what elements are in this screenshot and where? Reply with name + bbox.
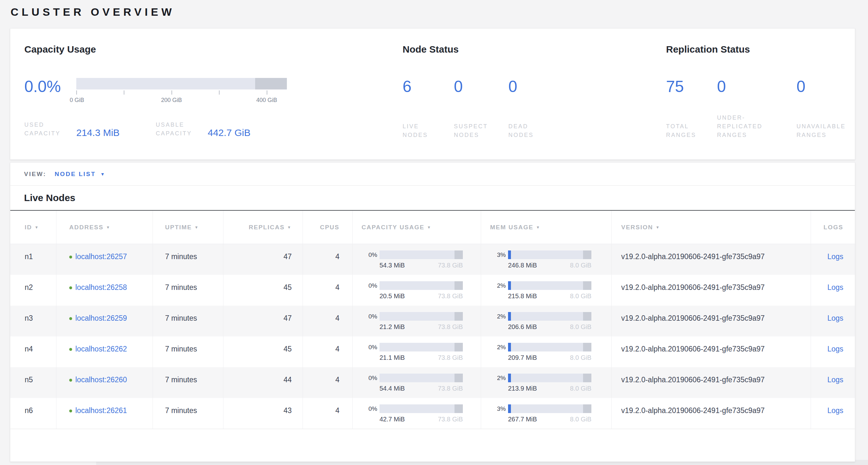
- view-selector-dropdown[interactable]: NODE LIST ▼: [55, 171, 106, 178]
- node-status-heading: Node Status: [403, 44, 627, 55]
- column-header-uptime[interactable]: UPTIME▼: [153, 211, 223, 244]
- node-mem-cell: 2% 209.7 MiB 8.0 GiB: [481, 337, 611, 367]
- node-logs-link[interactable]: Logs: [827, 345, 843, 353]
- column-header-label: LOGS: [824, 224, 843, 231]
- usable-capacity-value: 442.7 GiB: [208, 128, 287, 138]
- node-address-cell: localhost:26258: [56, 275, 153, 306]
- stat-label: TOTAL RANGES: [666, 122, 717, 140]
- sort-desc-icon: ▼: [35, 225, 39, 230]
- node-uptime-cell: 7 minutes: [153, 367, 223, 398]
- axis-label: 0 GiB: [69, 97, 84, 104]
- node-version-cell: v19.2.0-alpha.20190606-2491-gfe735c9a97: [611, 275, 811, 306]
- node-logs-link[interactable]: Logs: [827, 252, 843, 261]
- node-address-cell: localhost:26262: [56, 337, 153, 367]
- column-header-capacity-usage[interactable]: CAPACITY USAGE▼: [352, 211, 481, 244]
- table-row: n3 localhost:26259 7 minutes 47 4 0% 21.…: [10, 306, 855, 337]
- node-address-link[interactable]: localhost:26259: [75, 314, 127, 322]
- node-status-section: Node Status 6 LIVE NODES 0 SUSPECT NODES…: [403, 44, 627, 140]
- column-header-address[interactable]: ADDRESS▼: [56, 211, 153, 244]
- mem-percent-label: 3%: [490, 405, 508, 412]
- capacity-percent-label: 0%: [362, 282, 379, 289]
- table-row: n4 localhost:26262 7 minutes 45 4 0% 21.…: [10, 337, 855, 367]
- sort-desc-icon: ▼: [287, 225, 292, 230]
- node-id-cell: n4: [10, 337, 56, 367]
- node-address-cell: localhost:26259: [56, 306, 153, 337]
- table-body: n1 localhost:26257 7 minutes 47 4 0% 54.…: [10, 244, 855, 429]
- mem-mini-bar: [508, 312, 591, 321]
- sort-desc-icon: ▼: [536, 225, 540, 230]
- capacity-total-value: 73.8 GiB: [438, 385, 463, 392]
- node-version-cell: v19.2.0-alpha.20190606-2491-gfe735c9a97: [611, 306, 811, 337]
- mem-mini-bar: [508, 281, 591, 290]
- mem-used-value: 209.7 MiB: [508, 354, 537, 361]
- mem-total-value: 8.0 GiB: [570, 323, 591, 331]
- capacity-bar-end-segment: [455, 343, 463, 351]
- capacity-mini-bar: [379, 281, 463, 290]
- capacity-percent-label: 0%: [362, 313, 379, 320]
- capacity-total-value: 73.8 GiB: [438, 416, 463, 423]
- capacity-mini-bar: [379, 404, 463, 413]
- node-address-link[interactable]: localhost:26261: [75, 406, 127, 415]
- node-mem-cell: 3% 246.8 MiB 8.0 GiB: [481, 244, 611, 275]
- stat-label: DEAD NODES: [508, 122, 563, 140]
- column-header-version[interactable]: VERSION▼: [611, 211, 811, 244]
- node-logs-link[interactable]: Logs: [827, 406, 843, 415]
- column-header-id[interactable]: ID▼: [10, 211, 56, 244]
- node-id-cell: n2: [10, 275, 56, 306]
- node-logs-link[interactable]: Logs: [827, 283, 843, 291]
- node-mem-cell: 2% 213.9 MiB 8.0 GiB: [481, 367, 611, 398]
- node-uptime-cell: 7 minutes: [153, 398, 223, 429]
- replication-status-heading: Replication Status: [666, 44, 852, 55]
- mem-bar-end-segment: [583, 281, 591, 290]
- node-address-link[interactable]: localhost:26262: [75, 345, 127, 353]
- node-capacity-cell: 0% 20.5 MiB 73.8 GiB: [352, 275, 481, 306]
- capacity-total-value: 73.8 GiB: [438, 323, 463, 331]
- node-version-cell: v19.2.0-alpha.20190606-2491-gfe735c9a97: [611, 337, 811, 367]
- column-header-mem-usage[interactable]: MEM USAGE▼: [481, 211, 611, 244]
- column-header-label: UPTIME: [165, 224, 192, 231]
- stat-value: 6: [403, 78, 454, 95]
- stat-value: 0: [717, 78, 797, 95]
- capacity-used-value: 54.4 MiB: [379, 385, 405, 392]
- node-cpus-cell: 4: [303, 398, 352, 429]
- node-address-link[interactable]: localhost:26257: [75, 252, 127, 261]
- capacity-percent-label: 0%: [362, 344, 379, 351]
- stat-label: UNAVAILABLE RANGES: [797, 122, 852, 140]
- node-logs-cell: Logs: [811, 367, 855, 398]
- mem-bar-fill: [508, 312, 511, 321]
- mem-total-value: 8.0 GiB: [570, 385, 591, 392]
- mem-bar-end-segment: [583, 404, 591, 413]
- mem-bar-fill: [508, 281, 511, 290]
- node-logs-cell: Logs: [811, 398, 855, 429]
- total-ranges-stat: 75 TOTAL RANGES: [666, 78, 717, 140]
- node-uptime-cell: 7 minutes: [153, 244, 223, 275]
- view-selected-value: NODE LIST: [55, 171, 96, 178]
- live-status-dot-icon: [69, 317, 72, 320]
- live-status-dot-icon: [69, 286, 72, 289]
- node-id-cell: n3: [10, 306, 56, 337]
- mem-used-value: 246.8 MiB: [508, 262, 537, 269]
- node-replicas-cell: 45: [223, 337, 303, 367]
- view-label: VIEW:: [24, 171, 46, 178]
- node-replicas-cell: 47: [223, 306, 303, 337]
- under-replicated-ranges-stat: 0 UNDER- REPLICATED RANGES: [717, 78, 797, 140]
- replication-status-section: Replication Status 75 TOTAL RANGES 0 UND…: [666, 44, 852, 140]
- capacity-used-value: 21.2 MiB: [379, 323, 405, 331]
- live-nodes-heading: Live Nodes: [24, 193, 75, 203]
- capacity-bar-track: [76, 78, 287, 89]
- node-address-link[interactable]: localhost:26258: [75, 283, 127, 291]
- stat-value: 0: [508, 78, 563, 95]
- node-logs-link[interactable]: Logs: [827, 376, 843, 384]
- capacity-mini-bar: [379, 343, 463, 351]
- node-logs-link[interactable]: Logs: [827, 314, 843, 322]
- capacity-total-value: 73.8 GiB: [438, 292, 463, 300]
- sort-desc-icon: ▼: [106, 225, 111, 230]
- mem-bar-fill: [508, 374, 511, 382]
- node-address-link[interactable]: localhost:26260: [75, 376, 127, 384]
- column-header-label: ID: [25, 224, 32, 231]
- column-header-label: VERSION: [621, 224, 653, 231]
- column-header-replicas[interactable]: REPLICAS▼: [223, 211, 303, 244]
- node-address-cell: localhost:26257: [56, 244, 153, 275]
- table-row: n6 localhost:26261 7 minutes 43 4 0% 42.…: [10, 398, 855, 429]
- mem-bar-end-segment: [583, 251, 591, 259]
